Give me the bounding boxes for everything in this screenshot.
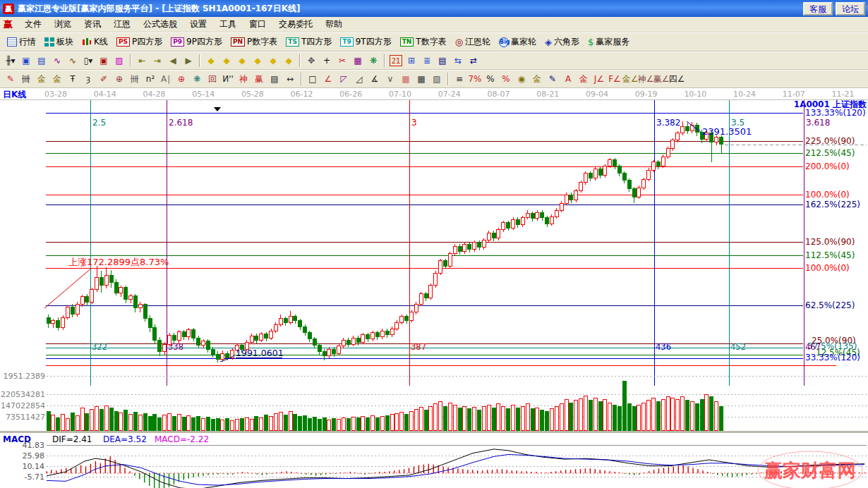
- date-tick[interactable]: 09-19: [635, 90, 658, 99]
- candle-body[interactable]: [642, 179, 646, 188]
- t-square-button[interactable]: TST四方形: [282, 35, 336, 49]
- candle-body[interactable]: [148, 319, 152, 328]
- time-cycle-tool[interactable]: ⊕: [111, 72, 127, 86]
- candle-body[interactable]: [133, 295, 137, 308]
- span-measure-tool[interactable]: ↔: [282, 72, 298, 86]
- candle-body[interactable]: [187, 330, 191, 337]
- date-tick[interactable]: 05-14: [192, 90, 215, 99]
- candle-body[interactable]: [153, 328, 157, 341]
- date-tick[interactable]: 08-07: [487, 90, 510, 99]
- candle-body[interactable]: [671, 140, 675, 149]
- candle-body[interactable]: [250, 336, 253, 342]
- candle-body[interactable]: [172, 336, 176, 341]
- candle-body[interactable]: [76, 305, 79, 315]
- winner-service-button[interactable]: $赢家服务: [584, 35, 634, 49]
- gold-red-tool[interactable]: 金: [576, 72, 591, 86]
- fit-width-button[interactable]: ◆: [234, 54, 250, 68]
- candle-body[interactable]: [104, 275, 108, 286]
- candle-body[interactable]: [608, 160, 612, 166]
- candle-body[interactable]: [119, 288, 123, 293]
- t9-square-button[interactable]: T99T四方形: [336, 35, 395, 49]
- candle-body[interactable]: [85, 297, 89, 302]
- menu-5[interactable]: 设置: [183, 16, 213, 32]
- candle-body[interactable]: [90, 290, 94, 303]
- candle-body[interactable]: [390, 329, 394, 335]
- candle-body[interactable]: [516, 219, 519, 224]
- candle-body[interactable]: [138, 305, 142, 308]
- candle-body[interactable]: [550, 216, 553, 224]
- date-tick[interactable]: 10-24: [733, 90, 756, 99]
- candle-body[interactable]: [565, 195, 568, 203]
- candle-body[interactable]: [419, 294, 423, 305]
- candle-body[interactable]: [598, 169, 602, 176]
- fan-lines-tool[interactable]: ∠: [320, 72, 336, 86]
- candle-body[interactable]: [366, 335, 370, 339]
- menu-0[interactable]: 文件: [18, 16, 48, 32]
- candle-body[interactable]: [226, 353, 229, 358]
- ying-angle-tool[interactable]: 赢∠: [653, 72, 669, 86]
- date-tick[interactable]: 04-28: [143, 90, 165, 99]
- candle-body[interactable]: [656, 162, 660, 166]
- fib-f-tool[interactable]: Ŧ: [65, 72, 80, 86]
- candle-body[interactable]: [289, 317, 292, 323]
- candle-body[interactable]: [100, 277, 103, 286]
- skin-window-button[interactable]: ▣: [96, 54, 111, 68]
- customer-service-button[interactable]: 客服: [803, 2, 833, 16]
- t-number-table-button[interactable]: TNT数字表: [396, 35, 451, 49]
- zoom-in-x-button[interactable]: ◆: [219, 54, 234, 68]
- percent-tool[interactable]: %: [483, 72, 498, 86]
- candle-body[interactable]: [337, 346, 341, 353]
- date-tick[interactable]: 10-10: [684, 90, 706, 99]
- candle-body[interactable]: [627, 181, 631, 189]
- kline-button[interactable]: K线: [78, 35, 112, 49]
- ink-pen-tool[interactable]: ✎: [545, 72, 560, 86]
- candle-body[interactable]: [482, 240, 486, 248]
- candle-body[interactable]: [448, 254, 452, 267]
- candle-body[interactable]: [255, 336, 258, 340]
- menu-7[interactable]: 窗口: [243, 16, 272, 32]
- candle-body[interactable]: [274, 324, 277, 331]
- candle-body[interactable]: [473, 243, 476, 250]
- candle-body[interactable]: [163, 344, 167, 351]
- date-tick[interactable]: 06-26: [339, 90, 362, 99]
- candle-body[interactable]: [478, 243, 481, 248]
- candle-body[interactable]: [429, 286, 433, 298]
- candle-width-button[interactable]: ▯▾: [80, 54, 96, 68]
- report-button[interactable]: ≣: [419, 54, 435, 68]
- kline-chart[interactable]: 日K线03-2804-1404-2805-1405-2806-1206-2607…: [0, 88, 868, 488]
- candle-body[interactable]: [526, 214, 529, 218]
- square-web-tool[interactable]: 回: [205, 72, 220, 86]
- candle-body[interactable]: [197, 338, 200, 345]
- gann-grid-button[interactable]: ▦: [350, 54, 366, 68]
- pen-tool[interactable]: ✎: [3, 72, 18, 86]
- date-tick[interactable]: 11-21: [832, 90, 855, 99]
- candle-body[interactable]: [143, 305, 147, 319]
- candle-body[interactable]: [555, 210, 558, 216]
- candle-body[interactable]: [270, 331, 273, 338]
- candle-body[interactable]: [47, 317, 50, 324]
- candle-body[interactable]: [652, 162, 656, 171]
- candle-body[interactable]: [715, 138, 718, 142]
- spiral-tool[interactable]: ȝ: [80, 72, 96, 86]
- winner-wheel-button[interactable]: Big赢家轮: [495, 35, 541, 49]
- candle-body[interactable]: [158, 341, 162, 351]
- menu-8[interactable]: 交易委托: [272, 16, 319, 32]
- candle-body[interactable]: [424, 294, 428, 298]
- color-chart-button[interactable]: ▨: [111, 54, 127, 68]
- candle-body[interactable]: [574, 191, 578, 200]
- price-comb-tool[interactable]: 卌: [18, 72, 34, 86]
- candle-body[interactable]: [114, 282, 118, 293]
- hatch-tool[interactable]: ▧: [429, 72, 445, 86]
- candle-body[interactable]: [80, 297, 84, 305]
- candle-body[interactable]: [497, 230, 500, 238]
- date-tick[interactable]: 11-07: [783, 90, 805, 99]
- first-bar-button[interactable]: ⇤: [134, 54, 150, 68]
- save-button[interactable]: ▤: [435, 54, 450, 68]
- gann-wheel-button[interactable]: ◎江恩轮: [451, 35, 495, 49]
- gold-circle-tool[interactable]: ◉: [514, 72, 529, 86]
- fan-box-tool[interactable]: ◸: [336, 72, 351, 86]
- candle-body[interactable]: [294, 317, 297, 321]
- menu-3[interactable]: 江恩: [107, 16, 137, 32]
- candle-body[interactable]: [71, 307, 74, 314]
- date-tick[interactable]: 07-24: [438, 90, 461, 99]
